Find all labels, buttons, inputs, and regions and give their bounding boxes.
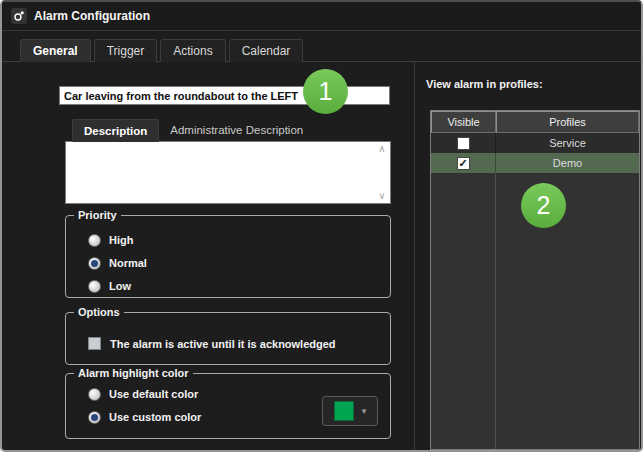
tab-trigger[interactable]: Trigger <box>94 39 158 62</box>
acknowledge-option[interactable]: The alarm is active until it is acknowle… <box>88 337 390 350</box>
priority-legend: Priority <box>74 208 121 223</box>
annotation-step-1: 1 <box>303 69 348 114</box>
annotation-step-2: 2 <box>521 183 566 228</box>
title-bar: Alarm Configuration <box>2 2 641 31</box>
demo-visible-cell: ✓ <box>431 153 496 173</box>
demo-profile-name[interactable]: Demo <box>496 157 639 169</box>
table-column-divider <box>495 173 496 449</box>
table-row-demo[interactable]: ✓ Demo <box>431 153 639 173</box>
radio-default-color-label[interactable]: Use default color <box>109 388 198 400</box>
table-row-service[interactable]: Service <box>431 133 639 153</box>
service-visible-cell <box>431 133 496 153</box>
scroll-up-icon[interactable]: ∧ <box>378 144 385 154</box>
priority-high-option[interactable]: High <box>88 233 390 247</box>
tab-general[interactable]: General <box>20 39 91 62</box>
priority-normal-option[interactable]: Normal <box>88 256 390 270</box>
column-header-profiles: Profiles <box>496 111 639 133</box>
acknowledge-label[interactable]: The alarm is active until it is acknowle… <box>110 338 336 350</box>
radio-low[interactable] <box>88 280 101 293</box>
alarm-highlight-color-group: Alarm highlight color Use default color … <box>65 373 391 439</box>
tab-description[interactable]: Description <box>72 119 159 142</box>
chevron-down-icon: ▾ <box>362 407 367 416</box>
tab-calendar[interactable]: Calendar <box>229 39 304 62</box>
options-legend: Options <box>74 305 124 320</box>
scroll-down-icon[interactable]: ∨ <box>378 191 385 201</box>
custom-color-dropdown[interactable]: ▾ <box>322 396 378 426</box>
description-scrollbar[interactable]: ∧ ∨ <box>374 142 390 203</box>
profiles-panel-label: View alarm in profiles: <box>426 78 543 90</box>
radio-normal[interactable] <box>88 257 101 270</box>
tab-administrative-description[interactable]: Administrative Description <box>159 119 314 141</box>
column-header-visible: Visible <box>431 111 496 133</box>
profiles-table-header: Visible Profiles <box>431 111 639 133</box>
radio-normal-label[interactable]: Normal <box>109 257 147 269</box>
gear-icon <box>11 8 27 24</box>
radio-high[interactable] <box>88 234 101 247</box>
highlight-color-legend: Alarm highlight color <box>74 366 193 381</box>
radio-custom-color[interactable] <box>88 411 101 424</box>
radio-default-color[interactable] <box>88 388 101 401</box>
service-visible-checkbox[interactable] <box>457 137 470 150</box>
tab-actions[interactable]: Actions <box>160 39 225 62</box>
options-group: Options The alarm is active until it is … <box>65 312 391 365</box>
alarm-configuration-window: Alarm Configuration General Trigger Acti… <box>0 0 643 452</box>
profiles-table: Visible Profiles Service ✓ Demo <box>430 110 640 450</box>
service-profile-name[interactable]: Service <box>496 137 639 149</box>
main-tab-bar: General Trigger Actions Calendar <box>20 39 303 62</box>
description-field-wrapper: ∧ ∨ <box>65 141 391 204</box>
priority-low-option[interactable]: Low <box>88 279 390 293</box>
description-tab-bar: Description Administrative Description <box>72 119 314 142</box>
description-textarea[interactable] <box>66 142 374 203</box>
acknowledge-checkbox[interactable] <box>88 337 101 350</box>
demo-visible-checkbox[interactable]: ✓ <box>457 157 470 170</box>
radio-custom-color-label[interactable]: Use custom color <box>109 411 201 423</box>
panel-splitter <box>414 62 415 450</box>
priority-group: Priority High Normal Low <box>65 215 391 298</box>
radio-high-label[interactable]: High <box>109 234 133 246</box>
window-title: Alarm Configuration <box>34 9 150 23</box>
color-swatch[interactable] <box>334 401 354 421</box>
radio-low-label[interactable]: Low <box>109 280 131 292</box>
